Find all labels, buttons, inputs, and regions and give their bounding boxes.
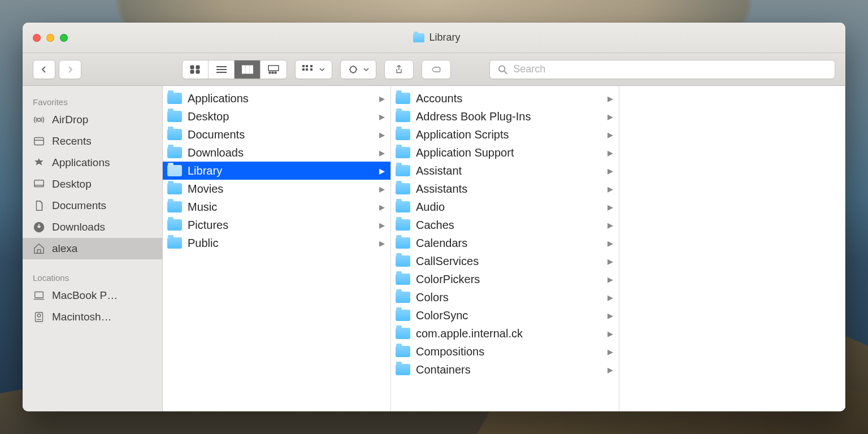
file-name: Desktop [188, 110, 374, 123]
sidebar-item-label: Applications [52, 157, 110, 169]
chevron-right-icon: ▸ [607, 363, 613, 376]
file-name: Pictures [188, 219, 374, 232]
file-row[interactable]: ColorPickers▸ [391, 270, 619, 288]
file-row[interactable]: Containers▸ [391, 361, 619, 379]
file-name: Application Scripts [416, 128, 602, 141]
airdrop-icon [33, 114, 45, 126]
svg-rect-2 [190, 70, 194, 73]
file-row[interactable]: Address Book Plug-Ins▸ [391, 107, 619, 125]
folder-icon [167, 201, 182, 212]
file-row[interactable]: Documents▸ [163, 125, 390, 144]
sidebar-item-airdrop[interactable]: AirDrop [23, 109, 162, 131]
file-row[interactable]: Music▸ [163, 198, 390, 216]
svg-point-23 [37, 118, 41, 121]
file-name: Documents [188, 128, 374, 141]
folder-icon [396, 111, 410, 122]
file-row[interactable]: com.apple.internal.ck▸ [391, 324, 619, 342]
laptop-icon [33, 289, 45, 302]
icon-view-button[interactable] [183, 60, 209, 79]
column-view-button[interactable] [235, 60, 261, 79]
sidebar-item-alexa[interactable]: alexa [23, 238, 162, 259]
file-row[interactable]: Pictures▸ [163, 216, 390, 234]
file-row[interactable]: Assistants▸ [391, 180, 619, 198]
sidebar-item-label: AirDrop [52, 114, 88, 126]
list-view-button[interactable] [209, 60, 235, 79]
window-controls [33, 34, 68, 42]
gallery-view-button[interactable] [261, 60, 287, 79]
file-name: Address Book Plug-Ins [416, 110, 602, 123]
chevron-right-icon: ▸ [379, 182, 385, 196]
toolbar [23, 53, 845, 86]
sidebar-item-macintosh-[interactable]: Macintosh… [23, 306, 162, 328]
back-button[interactable] [33, 60, 55, 79]
file-row[interactable]: Application Scripts▸ [391, 125, 619, 144]
forward-button[interactable] [59, 60, 81, 79]
file-row[interactable]: ColorSync▸ [391, 306, 619, 324]
chevron-right-icon: ▸ [379, 164, 385, 177]
folder-icon [396, 292, 410, 303]
file-row[interactable]: Applications▸ [163, 89, 390, 107]
folder-icon [396, 346, 410, 357]
sidebar-item-downloads[interactable]: Downloads [23, 216, 162, 238]
folder-icon [396, 237, 410, 249]
chevron-right-icon: ▸ [379, 236, 385, 250]
svg-line-22 [504, 71, 507, 73]
sidebar-item-applications[interactable]: Applications [23, 152, 162, 173]
action-menu-button[interactable] [340, 60, 376, 79]
search-field[interactable] [489, 60, 835, 79]
column-3 [619, 86, 845, 411]
file-name: ColorPickers [416, 273, 602, 286]
folder-icon [167, 93, 182, 104]
sidebar-item-label: alexa [52, 242, 77, 255]
file-row[interactable]: Audio▸ [391, 198, 619, 216]
file-row[interactable]: CallServices▸ [391, 252, 619, 270]
file-name: Caches [416, 219, 602, 232]
file-row[interactable]: Public▸ [163, 234, 390, 252]
svg-rect-24 [34, 138, 44, 145]
file-name: Assistants [416, 183, 602, 196]
group-by-button[interactable] [295, 60, 332, 79]
folder-icon [167, 237, 182, 249]
chevron-right-icon: ▸ [607, 345, 613, 358]
chevron-right-icon: ▸ [607, 272, 613, 286]
sidebar-item-documents[interactable]: Documents [23, 195, 162, 216]
recents-icon [33, 135, 45, 147]
tags-button[interactable] [422, 60, 451, 79]
file-row[interactable]: Compositions▸ [391, 342, 619, 361]
file-row[interactable]: Caches▸ [391, 216, 619, 234]
svg-rect-7 [242, 66, 245, 73]
chevron-right-icon: ▸ [607, 218, 613, 232]
column-1: Applications▸Desktop▸Documents▸Downloads… [163, 86, 391, 411]
sidebar-item-macbook-p-[interactable]: MacBook P… [23, 285, 162, 306]
zoom-button[interactable] [60, 34, 68, 42]
file-row[interactable]: Desktop▸ [163, 107, 390, 125]
file-row[interactable]: Colors▸ [391, 288, 619, 306]
file-name: Downloads [188, 146, 374, 159]
file-row[interactable]: Assistant▸ [391, 162, 619, 180]
search-input[interactable] [513, 63, 827, 75]
file-row[interactable]: Application Support▸ [391, 144, 619, 162]
close-button[interactable] [33, 34, 41, 42]
file-name: Calendars [416, 237, 602, 250]
chevron-right-icon: ▸ [607, 146, 613, 159]
chevron-right-icon: ▸ [379, 92, 385, 105]
share-button[interactable] [384, 60, 414, 79]
file-name: Accounts [416, 92, 602, 105]
folder-icon [167, 129, 182, 140]
sidebar-item-desktop[interactable]: Desktop [23, 173, 162, 195]
sidebar-item-recents[interactable]: Recents [23, 131, 162, 152]
file-name: Music [188, 201, 374, 214]
svg-rect-11 [269, 72, 271, 73]
minimize-button[interactable] [46, 34, 54, 42]
file-row[interactable]: Movies▸ [163, 180, 390, 198]
file-row[interactable]: Downloads▸ [163, 144, 390, 162]
svg-rect-30 [35, 292, 44, 298]
svg-rect-29 [37, 250, 41, 253]
file-row[interactable]: Library▸ [163, 162, 390, 180]
folder-icon [167, 147, 182, 158]
file-row[interactable]: Accounts▸ [391, 89, 619, 107]
folder-icon [396, 147, 410, 158]
finder-window: Library [23, 23, 845, 411]
titlebar: Library [23, 23, 845, 53]
file-row[interactable]: Calendars▸ [391, 234, 619, 252]
